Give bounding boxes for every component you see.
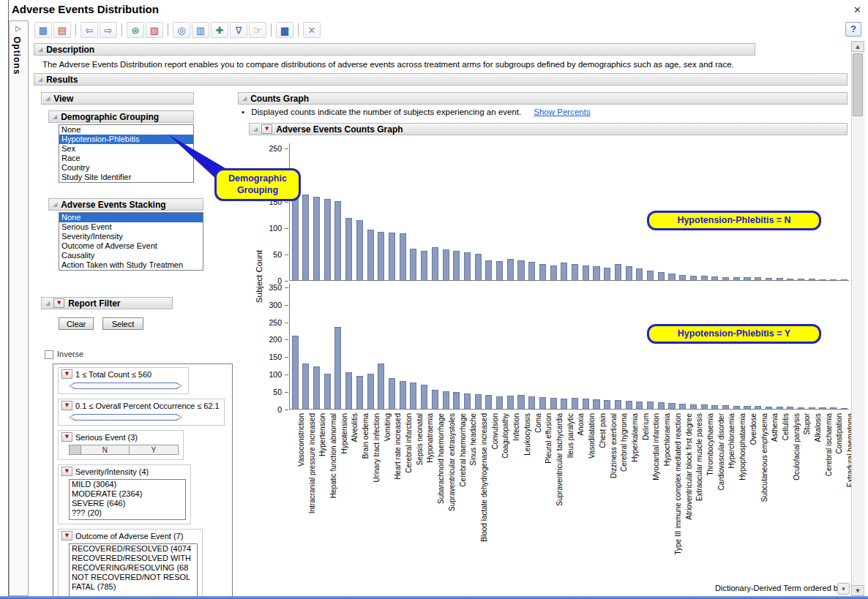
bar[interactable]	[496, 396, 503, 409]
list-item[interactable]: Country	[59, 163, 193, 173]
add-rows-icon[interactable]: ✚	[211, 22, 228, 38]
slider-track[interactable]	[70, 415, 182, 420]
vertical-scrollbar[interactable]	[851, 41, 864, 599]
red-triangle-menu-icon[interactable]: ▼	[61, 432, 72, 442]
bar[interactable]	[517, 260, 524, 281]
bar[interactable]	[777, 407, 783, 409]
list-item[interactable]: Race	[59, 154, 193, 163]
list-item[interactable]: Sex	[59, 144, 193, 154]
bar[interactable]	[400, 233, 406, 280]
list-item[interactable]: RECOVERED/RESOLVED WITH	[70, 554, 197, 563]
bar[interactable]	[550, 265, 557, 280]
disclosure-icon[interactable]: ◢	[242, 95, 247, 102]
serious-event-y-segment[interactable]: Y	[130, 445, 178, 454]
bar[interactable]	[334, 327, 341, 409]
bar[interactable]	[367, 374, 374, 409]
list-item[interactable]: Serious Event	[59, 222, 203, 232]
disclosure-icon[interactable]: ◢	[45, 95, 50, 102]
scroll-down-icon[interactable]: ▼	[851, 585, 864, 596]
bar[interactable]	[400, 381, 406, 409]
demographic-grouping-list[interactable]: NoneHypotension-PhlebitisSexRaceCountryS…	[59, 124, 194, 183]
bar[interactable]	[292, 336, 299, 409]
bar[interactable]	[668, 274, 675, 280]
bar[interactable]	[755, 406, 761, 409]
bar[interactable]	[345, 218, 352, 280]
list-item[interactable]: MODERATE (2364)	[70, 489, 185, 499]
callout-panel-y[interactable]: Hypotension-Phlebitis = Y	[647, 324, 821, 344]
list-item[interactable]: ??? (20)	[70, 508, 185, 518]
bar[interactable]	[690, 276, 697, 281]
bar[interactable]	[389, 233, 395, 280]
bar[interactable]	[647, 402, 654, 409]
report-filter-header[interactable]: ◢ ▼ Report Filter	[41, 297, 173, 309]
list-item[interactable]: RECOVERING/RESOLVING (68	[70, 563, 197, 573]
list-item[interactable]: Severity/Intensity	[59, 232, 203, 241]
bar[interactable]	[701, 276, 708, 280]
bar[interactable]	[432, 247, 438, 280]
demographic-grouping-header[interactable]: ◢ Demographic Grouping	[48, 110, 194, 123]
inverse-checkbox[interactable]	[45, 350, 53, 359]
bar[interactable]	[302, 195, 309, 280]
disclosure-icon[interactable]: ◢	[38, 46, 42, 53]
bar[interactable]	[679, 275, 686, 280]
red-triangle-menu-icon[interactable]: ▼	[53, 298, 64, 308]
red-triangle-menu-icon[interactable]: ▼	[61, 369, 72, 379]
bar[interactable]	[668, 403, 675, 409]
bar[interactable]	[507, 396, 514, 409]
bar[interactable]	[830, 279, 837, 281]
red-triangle-menu-icon[interactable]: ▼	[61, 467, 72, 476]
adverse-events-stacking-list[interactable]: NoneSerious EventSeverity/IntensityOutco…	[59, 212, 203, 271]
bar[interactable]	[722, 277, 729, 280]
bar[interactable]	[593, 399, 599, 409]
bar[interactable]	[615, 264, 621, 280]
percent-occurrence-range-slider[interactable]	[69, 414, 182, 421]
bar[interactable]	[421, 251, 427, 281]
bar[interactable]	[583, 399, 589, 409]
bar[interactable]	[443, 249, 449, 280]
bar[interactable]	[722, 405, 729, 409]
select-button[interactable]: Select	[102, 317, 143, 330]
list-item[interactable]: MILD (3064)	[70, 480, 185, 489]
bar[interactable]	[378, 232, 384, 281]
list-item[interactable]: Outcome of Adverse Event	[59, 241, 203, 251]
bar[interactable]	[572, 264, 578, 280]
bar[interactable]	[777, 278, 783, 280]
disclosure-icon[interactable]: ◢	[53, 201, 57, 208]
callout-panel-n[interactable]: Hypotension-Phlebitis = N	[647, 211, 821, 230]
bar[interactable]	[496, 261, 503, 280]
hand-select-icon[interactable]: ☞	[249, 22, 266, 38]
bar[interactable]	[389, 378, 395, 409]
bar[interactable]	[809, 407, 815, 409]
back-icon[interactable]: ⇦	[81, 22, 98, 38]
disclosure-icon[interactable]: ◢	[45, 300, 50, 306]
bar[interactable]	[658, 272, 665, 280]
bar[interactable]	[787, 279, 793, 280]
bar[interactable]	[701, 404, 708, 409]
slider-track[interactable]	[70, 383, 182, 388]
bar[interactable]	[604, 400, 610, 409]
bar[interactable]	[626, 401, 632, 409]
bar[interactable]	[819, 407, 826, 409]
bar[interactable]	[324, 374, 331, 409]
bar[interactable]	[539, 397, 546, 409]
bar[interactable]	[561, 399, 567, 409]
bar[interactable]	[528, 262, 535, 280]
total-count-range-slider[interactable]	[69, 383, 182, 389]
bar[interactable]	[356, 376, 363, 409]
clear-button[interactable]: Clear	[59, 317, 94, 330]
results-header[interactable]: ◢ Results	[34, 73, 848, 86]
bar[interactable]	[647, 271, 654, 280]
list-item[interactable]: Causality	[59, 251, 203, 260]
red-triangle-menu-icon[interactable]: ▼	[261, 124, 272, 134]
bar[interactable]	[744, 406, 750, 409]
pane-scroll-down-icon[interactable]: ▾	[837, 583, 850, 595]
bar[interactable]	[292, 188, 299, 281]
bar[interactable]	[334, 201, 341, 281]
data-table-icon[interactable]: ▦	[34, 22, 52, 38]
bar[interactable]	[345, 372, 352, 409]
bar[interactable]	[636, 268, 643, 280]
bar[interactable]	[679, 404, 686, 409]
bar[interactable]	[517, 395, 524, 409]
bar[interactable]	[583, 265, 589, 280]
bar[interactable]	[711, 276, 718, 280]
